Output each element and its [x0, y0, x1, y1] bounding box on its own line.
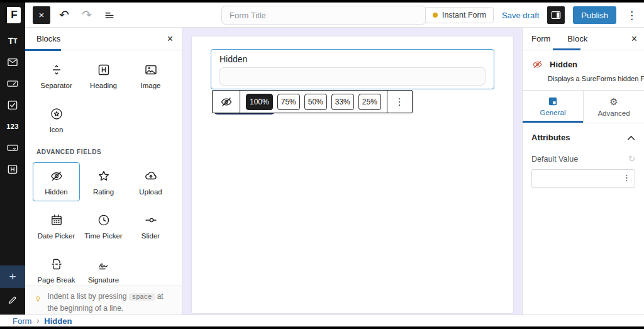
blocks-tab-active-underline [25, 49, 61, 51]
block-item-signature[interactable]: Signature [80, 250, 127, 289]
phone-field-icon [6, 142, 19, 154]
advanced-fields-section-label: ADVANCED FIELDS [36, 148, 182, 155]
hidden-eye-slash-icon [49, 169, 64, 184]
block-item-heading[interactable]: Heading [80, 56, 127, 95]
edit-mode-button[interactable] [0, 288, 25, 312]
breadcrumb-form-link[interactable]: Form [13, 316, 31, 326]
window-bottom-edge [0, 326, 644, 329]
width-75-button[interactable]: 75% [277, 94, 300, 110]
sureforms-logo: F [0, 3, 25, 28]
blocks-panel-title: Blocks [36, 34, 60, 43]
hidden-field-label: Hidden [219, 54, 486, 65]
form-title-input[interactable] [221, 6, 426, 25]
sidebar-close-button[interactable]: × [631, 33, 637, 45]
block-item-upload[interactable]: Upload [127, 162, 174, 201]
rail-checkbox-field-button[interactable] [0, 94, 25, 116]
blocks-panel-close-button[interactable]: × [167, 33, 173, 45]
publish-button[interactable]: Publish [573, 6, 616, 24]
block-item-hidden[interactable]: Hidden [33, 162, 80, 201]
default-value-label: Default Value [531, 155, 578, 164]
rating-star-icon [96, 169, 111, 184]
width-33-button[interactable]: 33% [331, 94, 354, 110]
subtab-advanced[interactable]: ⚙ Advanced [584, 91, 644, 123]
block-type-button[interactable] [213, 91, 240, 113]
block-item-image[interactable]: Image [127, 56, 174, 95]
general-tab-icon [548, 97, 557, 106]
default-value-input[interactable] [531, 169, 635, 188]
redo-button[interactable]: ↷ [78, 6, 96, 24]
field-type-rail: TT 123 + [0, 28, 25, 315]
rail-input-field-button[interactable] [0, 73, 25, 94]
basic-blocks-grid: Separator Heading Image Icon [25, 50, 182, 139]
width-50-button[interactable]: 50% [304, 94, 327, 110]
save-draft-link[interactable]: Save draft [502, 11, 539, 20]
block-item-slider[interactable]: Slider [127, 206, 174, 245]
hidden-field-input[interactable] [219, 67, 486, 86]
tab-form[interactable]: Form [531, 34, 550, 43]
rail-email-field-button[interactable] [0, 52, 25, 73]
selected-block-description: Displays a SureForms hidden Field [548, 75, 635, 82]
list-view-button[interactable] [101, 6, 118, 24]
space-key-badge: space [129, 293, 155, 301]
settings-sidebar: Form Block × Hidden Displays a SureForms… [522, 28, 644, 315]
block-item-icon[interactable]: Icon [33, 100, 80, 139]
editor-tip: Indent a list by pressing space at the b… [25, 286, 182, 315]
breadcrumb-bar: Form › Hidden [0, 315, 644, 326]
reset-value-icon[interactable]: ↻ [628, 154, 635, 164]
image-icon [143, 62, 158, 77]
default-value-setting: Default Value ↻ ⋮ [523, 150, 644, 188]
blocks-panel: Blocks × Separator Heading Image Icon AD… [25, 28, 182, 315]
breadcrumb-current-hidden: Hidden [44, 316, 72, 326]
slider-icon [143, 213, 158, 228]
tab-block[interactable]: Block [567, 34, 587, 43]
sureforms-logo-letter: F [4, 7, 21, 23]
add-block-button[interactable]: + [0, 265, 25, 288]
block-item-time-picker[interactable]: Time Picker [80, 206, 127, 245]
settings-panel-toggle-button[interactable] [547, 6, 565, 24]
subtab-general[interactable]: General [523, 91, 584, 123]
advanced-blocks-grid: Hidden Rating Upload Date Picker Time Pi… [25, 157, 182, 289]
eye-slash-icon [219, 95, 233, 109]
chevron-up-icon [627, 135, 635, 140]
time-picker-clock-icon [96, 213, 111, 228]
block-item-page-break[interactable]: Page Break [33, 250, 80, 289]
hidden-field-block-selected[interactable]: Hidden [211, 49, 494, 89]
signature-icon [96, 257, 111, 272]
rail-text-field-button[interactable]: TT [0, 30, 25, 52]
date-picker-calendar-icon [49, 213, 64, 228]
email-icon [6, 56, 19, 69]
block-item-separator[interactable]: Separator [33, 56, 80, 95]
upload-cloud-icon [143, 169, 158, 184]
close-editor-button[interactable]: × [33, 6, 50, 24]
options-menu-button[interactable]: ⋮ [625, 10, 639, 21]
block-item-rating[interactable]: Rating [80, 162, 127, 201]
block-toolbar: 100% 75% 50% 33% 25% ⋮ [212, 90, 413, 113]
separator-icon [49, 62, 64, 77]
rail-number-field-button[interactable]: 123 [0, 116, 25, 137]
h-box-icon [6, 163, 19, 176]
block-options-button[interactable]: ⋮ [387, 91, 412, 113]
rail-hidden-field-button[interactable] [0, 159, 25, 180]
tip-text: Indent a list by pressing space at the b… [47, 291, 174, 315]
gear-icon: ⚙ [609, 97, 618, 106]
list-view-icon [103, 9, 116, 21]
rail-phone-field-button[interactable] [0, 137, 25, 159]
width-100-button[interactable]: 100% [246, 94, 273, 110]
input-field-icon [6, 77, 19, 90]
heading-icon [96, 62, 111, 77]
width-buttons-group: 100% 75% 50% 33% 25% [240, 91, 387, 113]
icon-block-icon [49, 106, 64, 121]
pencil-icon [7, 294, 18, 306]
attributes-title: Attributes [531, 133, 570, 142]
sidebar-toggle-icon [550, 9, 562, 21]
undo-button[interactable]: ↶ [55, 6, 73, 24]
default-value-options-button[interactable]: ⋮ [623, 174, 631, 182]
page-break-icon [49, 257, 64, 272]
block-item-date-picker[interactable]: Date Picker [33, 206, 80, 245]
instant-form-button[interactable]: Instant Form [425, 7, 494, 23]
width-25-button[interactable]: 25% [358, 94, 381, 110]
editor-top-bar: × ↶ ↷ Instant Form Save draft Publish ⋮ [25, 3, 644, 28]
breadcrumb-separator: › [36, 316, 39, 325]
attributes-section-header[interactable]: Attributes [523, 123, 644, 150]
block-info-card: Hidden Displays a SureForms hidden Field [523, 50, 644, 91]
